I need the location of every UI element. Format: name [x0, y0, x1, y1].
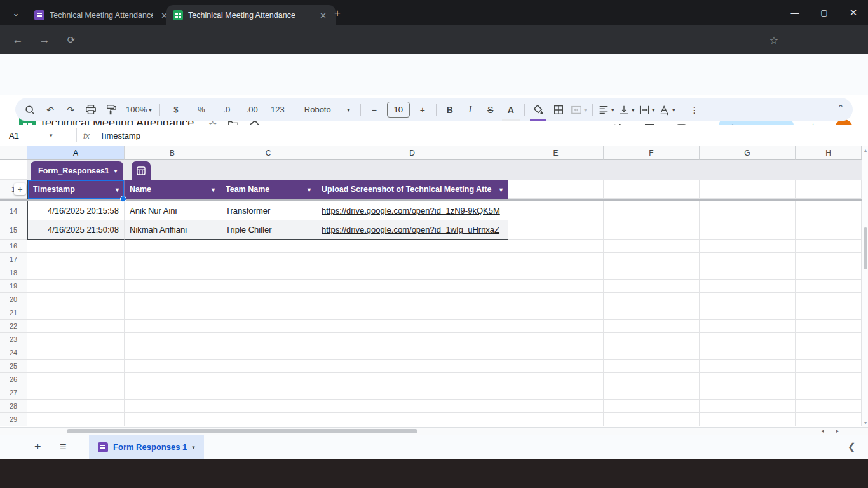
cell-F26[interactable] — [604, 373, 700, 386]
horizontal-scroll-thumb[interactable] — [67, 429, 417, 433]
cell-H19[interactable] — [796, 280, 862, 293]
cell-G28[interactable] — [700, 400, 796, 413]
cell-A23[interactable] — [27, 333, 125, 346]
cell-B27[interactable] — [125, 386, 220, 400]
window-minimize-button[interactable]: — — [780, 0, 810, 25]
cell-F16[interactable] — [604, 240, 700, 253]
cell-B14[interactable]: Anik Nur Aini — [125, 201, 220, 220]
increase-decimal-button[interactable]: .00 — [241, 102, 263, 118]
cell-A17[interactable] — [27, 253, 125, 266]
cell-G29[interactable] — [700, 413, 796, 426]
cell-B15[interactable]: Nikmah Ariffiani — [125, 220, 220, 240]
undo-icon[interactable]: ↶ — [42, 102, 58, 118]
fill-handle[interactable] — [120, 196, 126, 202]
cell-G23[interactable] — [700, 333, 796, 346]
vertical-align-button[interactable]: ▾ — [618, 102, 635, 118]
cell-H23[interactable] — [796, 333, 862, 346]
cell-E16[interactable] — [508, 240, 604, 253]
cell-A15[interactable]: 4/16/2025 21:50:08 — [27, 220, 125, 240]
cell-E23[interactable] — [508, 333, 604, 346]
formula-input[interactable]: Timestamp — [100, 131, 140, 140]
text-color-button[interactable]: A — [503, 102, 519, 118]
table-view-icon[interactable] — [132, 161, 151, 180]
side-panel-collapse-icon[interactable]: ❮ — [848, 441, 856, 452]
cell-F18[interactable] — [604, 266, 700, 280]
vertical-scrollbar[interactable]: ▴ ▾ — [862, 146, 868, 427]
cell-G24[interactable] — [700, 346, 796, 360]
column-header-B[interactable]: B — [125, 146, 220, 160]
cell-G25[interactable] — [700, 360, 796, 373]
tab-close-icon[interactable]: ✕ — [317, 11, 329, 20]
browser-tab-sheets[interactable]: Techinical Meeting Attendance ✕ — [166, 5, 336, 25]
cell-G16[interactable] — [700, 240, 796, 253]
cell-B28[interactable] — [125, 400, 220, 413]
cell-C14[interactable]: Transformer — [220, 201, 316, 220]
cell-C16[interactable] — [220, 240, 316, 253]
scroll-left-icon[interactable]: ◂ — [821, 428, 824, 435]
cell-F1[interactable] — [604, 180, 700, 199]
window-close-button[interactable]: ✕ — [839, 0, 868, 25]
cell-B21[interactable] — [125, 306, 220, 320]
column-header-H[interactable]: H — [796, 146, 862, 160]
cell-G17[interactable] — [700, 253, 796, 266]
cell-C21[interactable] — [220, 306, 316, 320]
scroll-up-icon[interactable]: ▴ — [862, 147, 868, 153]
column-header-E[interactable]: E — [508, 146, 604, 160]
cell-D14[interactable]: https://drive.google.com/open?id=1zN9-9k… — [316, 201, 508, 220]
vertical-scroll-thumb[interactable] — [864, 227, 867, 269]
row-header-24[interactable]: 24 — [0, 346, 27, 360]
font-size-input[interactable]: 10 — [387, 102, 410, 118]
back-icon[interactable]: ← — [10, 32, 25, 48]
cell-D28[interactable] — [316, 400, 508, 413]
cell-D18[interactable] — [316, 266, 508, 280]
cell-D26[interactable] — [316, 373, 508, 386]
bold-button[interactable]: B — [442, 102, 458, 118]
sheet-tab-active[interactable]: Form Responses 1 ▾ — [89, 435, 204, 459]
cell-B24[interactable] — [125, 346, 220, 360]
cell-C18[interactable] — [220, 266, 316, 280]
cell-F21[interactable] — [604, 306, 700, 320]
row-header-23[interactable]: 23 — [0, 333, 27, 346]
column-header-D[interactable]: D — [316, 146, 508, 160]
strikethrough-button[interactable]: S — [482, 102, 499, 118]
column-header-F[interactable]: F — [604, 146, 700, 160]
cell-H25[interactable] — [796, 360, 862, 373]
cell-A29[interactable] — [27, 413, 125, 426]
cell-E19[interactable] — [508, 280, 604, 293]
format-currency-button[interactable]: $ — [165, 102, 187, 118]
cell-F20[interactable] — [604, 293, 700, 306]
font-select[interactable]: Roboto▾ — [299, 102, 355, 118]
cell-E18[interactable] — [508, 266, 604, 280]
cell-B19[interactable] — [125, 280, 220, 293]
text-wrap-button[interactable]: ▾ — [639, 102, 655, 118]
cell-B16[interactable] — [125, 240, 220, 253]
cell-B25[interactable] — [125, 360, 220, 373]
cell-B29[interactable] — [125, 413, 220, 426]
merge-cells-button[interactable]: ▾ — [571, 102, 587, 118]
cell-H15[interactable] — [796, 220, 862, 240]
cell-B22[interactable] — [125, 320, 220, 333]
row-header-1[interactable]: 1 + — [0, 180, 27, 199]
italic-button[interactable]: I — [462, 102, 478, 118]
cell-A22[interactable] — [27, 320, 125, 333]
column-filter-chevron-icon[interactable]: ▾ — [499, 186, 503, 193]
cell-D29[interactable] — [316, 413, 508, 426]
column-filter-chevron-icon[interactable]: ▾ — [212, 186, 215, 193]
horizontal-scrollbar[interactable]: ◂ ▸ — [0, 427, 868, 435]
cell-D15[interactable]: https://drive.google.com/open?id=1wIg_uH… — [316, 220, 508, 240]
forward-icon[interactable]: → — [37, 32, 52, 48]
cell-E28[interactable] — [508, 400, 604, 413]
cell-A28[interactable] — [27, 400, 125, 413]
cell-C29[interactable] — [220, 413, 316, 426]
cell-G14[interactable] — [700, 201, 796, 220]
reload-icon[interactable]: ⟳ — [64, 32, 79, 48]
cell-G27[interactable] — [700, 386, 796, 400]
tab-list-chevron-icon[interactable]: ⌄ — [9, 6, 23, 20]
new-tab-button[interactable]: + — [330, 6, 344, 20]
cell-E17[interactable] — [508, 253, 604, 266]
cell-H17[interactable] — [796, 253, 862, 266]
cell-G19[interactable] — [700, 280, 796, 293]
cell-B18[interactable] — [125, 266, 220, 280]
cell-E20[interactable] — [508, 293, 604, 306]
row-header-15[interactable]: 15 — [0, 220, 27, 240]
